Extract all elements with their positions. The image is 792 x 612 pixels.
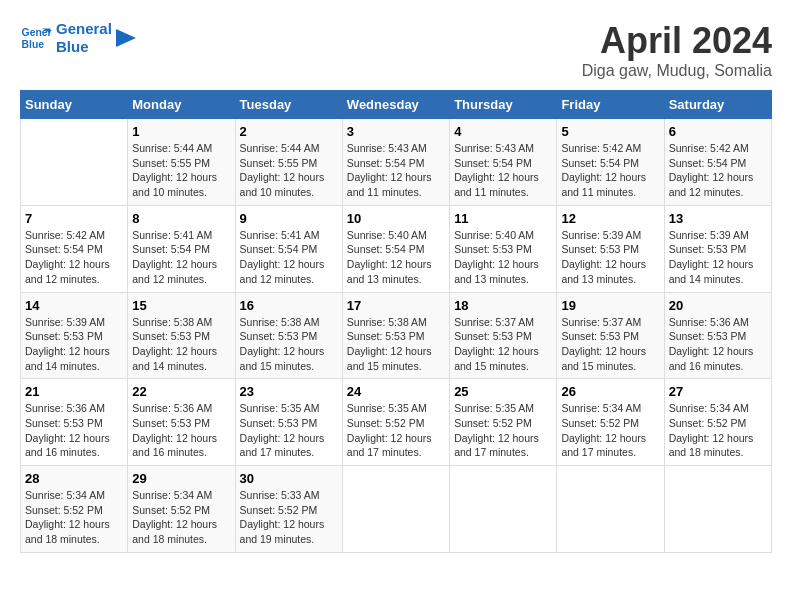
day-info: Sunrise: 5:44 AM Sunset: 5:55 PM Dayligh… — [132, 141, 230, 200]
calendar-cell: 22Sunrise: 5:36 AM Sunset: 5:53 PM Dayli… — [128, 379, 235, 466]
calendar-cell: 12Sunrise: 5:39 AM Sunset: 5:53 PM Dayli… — [557, 205, 664, 292]
day-number: 27 — [669, 384, 767, 399]
logo-icon: General Blue — [20, 22, 52, 54]
day-number: 7 — [25, 211, 123, 226]
calendar-cell: 10Sunrise: 5:40 AM Sunset: 5:54 PM Dayli… — [342, 205, 449, 292]
day-info: Sunrise: 5:36 AM Sunset: 5:53 PM Dayligh… — [669, 315, 767, 374]
calendar-cell: 13Sunrise: 5:39 AM Sunset: 5:53 PM Dayli… — [664, 205, 771, 292]
day-number: 6 — [669, 124, 767, 139]
calendar-cell: 30Sunrise: 5:33 AM Sunset: 5:52 PM Dayli… — [235, 466, 342, 553]
day-number: 22 — [132, 384, 230, 399]
calendar-cell: 16Sunrise: 5:38 AM Sunset: 5:53 PM Dayli… — [235, 292, 342, 379]
day-info: Sunrise: 5:34 AM Sunset: 5:52 PM Dayligh… — [132, 488, 230, 547]
day-info: Sunrise: 5:33 AM Sunset: 5:52 PM Dayligh… — [240, 488, 338, 547]
svg-text:Blue: Blue — [22, 39, 45, 50]
day-info: Sunrise: 5:38 AM Sunset: 5:53 PM Dayligh… — [240, 315, 338, 374]
day-number: 29 — [132, 471, 230, 486]
day-info: Sunrise: 5:44 AM Sunset: 5:55 PM Dayligh… — [240, 141, 338, 200]
calendar-cell — [557, 466, 664, 553]
logo: General Blue General Blue — [20, 20, 136, 56]
calendar-cell: 27Sunrise: 5:34 AM Sunset: 5:52 PM Dayli… — [664, 379, 771, 466]
location: Diga gaw, Mudug, Somalia — [582, 62, 772, 80]
day-info: Sunrise: 5:41 AM Sunset: 5:54 PM Dayligh… — [132, 228, 230, 287]
calendar-cell: 2Sunrise: 5:44 AM Sunset: 5:55 PM Daylig… — [235, 119, 342, 206]
calendar-cell: 7Sunrise: 5:42 AM Sunset: 5:54 PM Daylig… — [21, 205, 128, 292]
calendar-cell: 9Sunrise: 5:41 AM Sunset: 5:54 PM Daylig… — [235, 205, 342, 292]
day-number: 14 — [25, 298, 123, 313]
day-info: Sunrise: 5:36 AM Sunset: 5:53 PM Dayligh… — [25, 401, 123, 460]
calendar-cell: 29Sunrise: 5:34 AM Sunset: 5:52 PM Dayli… — [128, 466, 235, 553]
calendar-cell: 23Sunrise: 5:35 AM Sunset: 5:53 PM Dayli… — [235, 379, 342, 466]
day-number: 26 — [561, 384, 659, 399]
logo-line2: Blue — [56, 38, 112, 56]
calendar-cell: 20Sunrise: 5:36 AM Sunset: 5:53 PM Dayli… — [664, 292, 771, 379]
calendar-cell: 4Sunrise: 5:43 AM Sunset: 5:54 PM Daylig… — [450, 119, 557, 206]
calendar-cell: 6Sunrise: 5:42 AM Sunset: 5:54 PM Daylig… — [664, 119, 771, 206]
calendar-cell: 25Sunrise: 5:35 AM Sunset: 5:52 PM Dayli… — [450, 379, 557, 466]
day-info: Sunrise: 5:39 AM Sunset: 5:53 PM Dayligh… — [561, 228, 659, 287]
page-header: General Blue General Blue April 2024 Dig… — [20, 20, 772, 80]
day-number: 8 — [132, 211, 230, 226]
day-number: 19 — [561, 298, 659, 313]
day-number: 2 — [240, 124, 338, 139]
day-number: 17 — [347, 298, 445, 313]
day-info: Sunrise: 5:34 AM Sunset: 5:52 PM Dayligh… — [669, 401, 767, 460]
day-number: 24 — [347, 384, 445, 399]
day-number: 4 — [454, 124, 552, 139]
day-info: Sunrise: 5:42 AM Sunset: 5:54 PM Dayligh… — [25, 228, 123, 287]
week-row-3: 14Sunrise: 5:39 AM Sunset: 5:53 PM Dayli… — [21, 292, 772, 379]
calendar-cell — [664, 466, 771, 553]
day-info: Sunrise: 5:34 AM Sunset: 5:52 PM Dayligh… — [561, 401, 659, 460]
weekday-header-saturday: Saturday — [664, 91, 771, 119]
day-number: 11 — [454, 211, 552, 226]
day-info: Sunrise: 5:38 AM Sunset: 5:53 PM Dayligh… — [132, 315, 230, 374]
calendar-cell: 28Sunrise: 5:34 AM Sunset: 5:52 PM Dayli… — [21, 466, 128, 553]
day-number: 1 — [132, 124, 230, 139]
logo-line1: General — [56, 20, 112, 38]
day-number: 13 — [669, 211, 767, 226]
day-number: 10 — [347, 211, 445, 226]
month-title: April 2024 — [582, 20, 772, 62]
calendar-cell: 18Sunrise: 5:37 AM Sunset: 5:53 PM Dayli… — [450, 292, 557, 379]
calendar-cell: 17Sunrise: 5:38 AM Sunset: 5:53 PM Dayli… — [342, 292, 449, 379]
day-info: Sunrise: 5:34 AM Sunset: 5:52 PM Dayligh… — [25, 488, 123, 547]
svg-marker-3 — [116, 29, 136, 47]
day-number: 20 — [669, 298, 767, 313]
day-info: Sunrise: 5:40 AM Sunset: 5:54 PM Dayligh… — [347, 228, 445, 287]
calendar-table: SundayMondayTuesdayWednesdayThursdayFrid… — [20, 90, 772, 553]
weekday-header-tuesday: Tuesday — [235, 91, 342, 119]
weekday-header-sunday: Sunday — [21, 91, 128, 119]
day-info: Sunrise: 5:43 AM Sunset: 5:54 PM Dayligh… — [454, 141, 552, 200]
weekday-header-monday: Monday — [128, 91, 235, 119]
day-info: Sunrise: 5:39 AM Sunset: 5:53 PM Dayligh… — [25, 315, 123, 374]
calendar-cell: 8Sunrise: 5:41 AM Sunset: 5:54 PM Daylig… — [128, 205, 235, 292]
day-number: 5 — [561, 124, 659, 139]
calendar-cell — [21, 119, 128, 206]
day-info: Sunrise: 5:35 AM Sunset: 5:52 PM Dayligh… — [454, 401, 552, 460]
day-info: Sunrise: 5:38 AM Sunset: 5:53 PM Dayligh… — [347, 315, 445, 374]
day-info: Sunrise: 5:35 AM Sunset: 5:53 PM Dayligh… — [240, 401, 338, 460]
calendar-cell: 1Sunrise: 5:44 AM Sunset: 5:55 PM Daylig… — [128, 119, 235, 206]
day-info: Sunrise: 5:37 AM Sunset: 5:53 PM Dayligh… — [454, 315, 552, 374]
calendar-cell — [450, 466, 557, 553]
week-row-4: 21Sunrise: 5:36 AM Sunset: 5:53 PM Dayli… — [21, 379, 772, 466]
day-number: 15 — [132, 298, 230, 313]
header-row: SundayMondayTuesdayWednesdayThursdayFrid… — [21, 91, 772, 119]
calendar-cell — [342, 466, 449, 553]
day-number: 16 — [240, 298, 338, 313]
calendar-cell: 15Sunrise: 5:38 AM Sunset: 5:53 PM Dayli… — [128, 292, 235, 379]
day-number: 21 — [25, 384, 123, 399]
day-number: 28 — [25, 471, 123, 486]
day-info: Sunrise: 5:39 AM Sunset: 5:53 PM Dayligh… — [669, 228, 767, 287]
day-info: Sunrise: 5:40 AM Sunset: 5:53 PM Dayligh… — [454, 228, 552, 287]
day-number: 9 — [240, 211, 338, 226]
week-row-1: 1Sunrise: 5:44 AM Sunset: 5:55 PM Daylig… — [21, 119, 772, 206]
day-info: Sunrise: 5:37 AM Sunset: 5:53 PM Dayligh… — [561, 315, 659, 374]
week-row-5: 28Sunrise: 5:34 AM Sunset: 5:52 PM Dayli… — [21, 466, 772, 553]
weekday-header-wednesday: Wednesday — [342, 91, 449, 119]
logo-arrow-icon — [116, 29, 136, 47]
weekday-header-friday: Friday — [557, 91, 664, 119]
calendar-cell: 21Sunrise: 5:36 AM Sunset: 5:53 PM Dayli… — [21, 379, 128, 466]
day-info: Sunrise: 5:42 AM Sunset: 5:54 PM Dayligh… — [561, 141, 659, 200]
day-number: 18 — [454, 298, 552, 313]
